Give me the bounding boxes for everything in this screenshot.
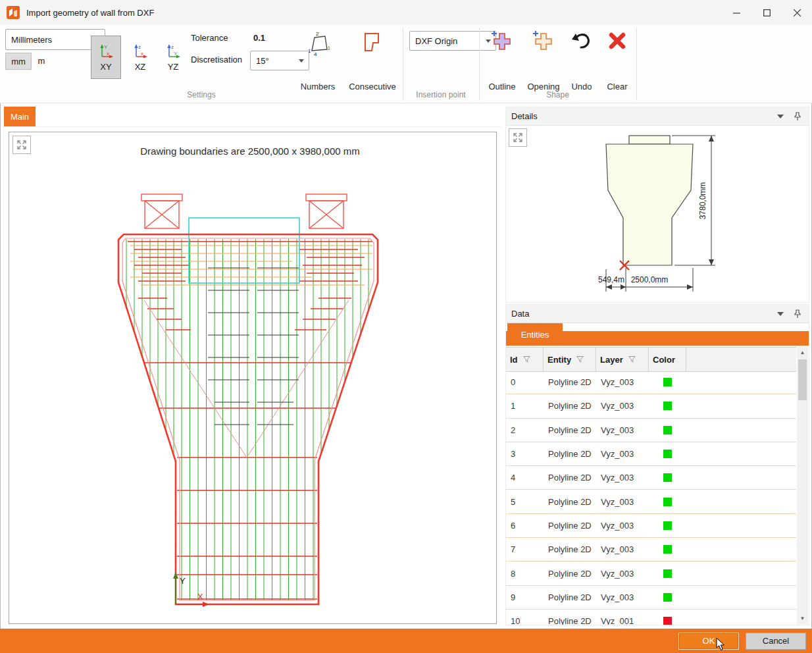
cell-id: 2 <box>506 425 544 435</box>
cell-entity: Polyline 2D <box>544 544 596 554</box>
opening-button[interactable]: Opening <box>524 28 563 93</box>
consecutive-button[interactable]: Consecutive <box>343 28 401 93</box>
data-collapse-icon[interactable] <box>774 308 786 320</box>
bearing-left <box>141 194 182 228</box>
ok-button[interactable]: OK <box>678 633 739 650</box>
scrollbar-thumb[interactable] <box>798 359 807 400</box>
column-header-id[interactable]: Id <box>506 348 544 371</box>
insertion-point-dropdown[interactable]: DXF Origin <box>409 31 496 51</box>
plane-yz-button[interactable]: zY YZ <box>158 36 188 79</box>
cell-layer: Vyz_001 <box>596 616 649 625</box>
entities-table-header: Id Entity Layer Color <box>506 347 796 372</box>
cell-layer: Vyz_003 <box>596 449 649 459</box>
plane-xz-button[interactable]: zx XZ <box>125 36 155 79</box>
table-row[interactable]: 7 Polyline 2D Vyz_003 <box>506 538 796 562</box>
cell-id: 10 <box>506 616 544 625</box>
unit-m-button[interactable]: m <box>33 53 50 68</box>
filter-icon[interactable] <box>628 356 636 363</box>
svg-text:2: 2 <box>316 31 319 37</box>
drawing-viewport[interactable]: Drawing boundaries are 2500,000 x 3980,0… <box>9 132 497 624</box>
table-row[interactable]: 0 Polyline 2D Vyz_003 <box>506 371 796 394</box>
color-swatch <box>663 473 672 482</box>
tolerance-input[interactable]: 0.1 <box>253 33 286 43</box>
discretisation-label: Discretisation <box>191 55 242 65</box>
black-rebar-lines <box>208 268 299 425</box>
wall-outline-inner <box>122 238 374 600</box>
scrollbar-up-arrow[interactable]: ▲ <box>797 347 808 358</box>
tab-main[interactable]: Main <box>4 107 36 126</box>
cancel-button[interactable]: Cancel <box>746 633 806 650</box>
table-row[interactable]: 9 Polyline 2D Vyz_003 <box>506 586 796 610</box>
undo-button[interactable]: Undo <box>566 28 597 93</box>
cell-layer: Vyz_003 <box>596 401 649 411</box>
cell-entity: Polyline 2D <box>544 449 596 459</box>
close-icon <box>794 9 801 16</box>
minimize-icon <box>733 9 740 16</box>
outline-button[interactable]: Outline <box>484 28 520 93</box>
table-row[interactable]: 10 Polyline 2D Vyz_001 <box>506 610 796 625</box>
window-title: Import geometry of wall from DXF <box>26 8 154 18</box>
cell-id: 5 <box>506 497 544 507</box>
table-row[interactable]: 4 Polyline 2D Vyz_003 <box>506 466 796 490</box>
color-swatch <box>663 521 672 530</box>
details-preview: 3780,0mm 549,4m 2500,0mm <box>506 126 809 302</box>
plane-xy-icon: Yx <box>98 43 114 60</box>
svg-text:x: x <box>107 51 109 57</box>
color-swatch <box>663 545 672 554</box>
cell-color <box>649 450 686 458</box>
details-fit-view-button[interactable] <box>509 128 527 147</box>
main-view-panel: Main Drawing boundaries are 2500,000 x 3… <box>3 107 501 625</box>
cell-layer: Vyz_003 <box>596 497 649 507</box>
axis-y-label: Y <box>180 576 186 586</box>
table-row[interactable]: 5 Polyline 2D Vyz_003 <box>506 490 796 513</box>
close-button[interactable] <box>782 0 812 25</box>
unit-mm-button[interactable]: mm <box>5 53 32 70</box>
details-pin-icon[interactable] <box>792 111 803 122</box>
filter-icon[interactable] <box>576 356 584 363</box>
entities-scrollbar[interactable]: ▲ ▼ <box>797 347 808 624</box>
color-swatch <box>663 402 672 410</box>
svg-text:1: 1 <box>308 48 311 54</box>
shape-group-label: Shape <box>479 90 636 99</box>
svg-text:Y: Y <box>104 44 108 50</box>
color-swatch <box>663 593 672 602</box>
clear-button[interactable]: Clear <box>600 28 634 93</box>
table-row[interactable]: 3 Polyline 2D Vyz_003 <box>506 442 796 466</box>
cell-color <box>649 402 686 410</box>
data-pin-icon[interactable] <box>792 308 803 320</box>
details-collapse-icon[interactable] <box>774 111 786 122</box>
color-swatch <box>663 498 672 506</box>
plane-yz-label: YZ <box>168 62 179 72</box>
column-header-color[interactable]: Color <box>649 348 686 371</box>
boundaries-text: Drawing boundaries are 2500,000 x 3980,0… <box>140 145 360 157</box>
settings-group-label: Settings <box>0 90 403 99</box>
table-row[interactable]: 6 Polyline 2D Vyz_003 <box>506 514 796 538</box>
column-header-entity[interactable]: Entity <box>544 348 596 371</box>
cell-color <box>649 569 686 578</box>
tab-main-label: Main <box>11 112 29 122</box>
data-panel: Data Entities Id Entity Layer Color <box>505 304 809 625</box>
outline-icon <box>491 30 513 53</box>
scrollbar-down-arrow[interactable]: ▼ <box>797 613 808 624</box>
filter-icon[interactable] <box>523 356 530 363</box>
cell-id: 6 <box>506 521 544 531</box>
column-header-layer[interactable]: Layer <box>596 348 649 371</box>
tab-entities[interactable]: Entities <box>507 323 563 346</box>
plane-xz-icon: zx <box>132 43 148 60</box>
axis-x-label: X <box>197 592 203 602</box>
ok-button-label: OK <box>703 636 715 646</box>
cell-id: 7 <box>506 544 544 554</box>
tolerance-label: Tolerance <box>191 33 228 43</box>
fit-view-button[interactable] <box>13 136 31 154</box>
minimize-button[interactable] <box>721 0 751 25</box>
svg-text:4: 4 <box>314 51 317 57</box>
plane-xy-button[interactable]: Yx XY <box>91 36 121 79</box>
table-row[interactable]: 8 Polyline 2D Vyz_003 <box>506 562 796 585</box>
details-panel: Details <box>505 107 809 303</box>
numbers-button[interactable]: 2 1 4 3 Numbers <box>296 28 340 93</box>
bearing-right <box>306 194 347 228</box>
table-row[interactable]: 2 Polyline 2D Vyz_003 <box>506 419 796 442</box>
color-swatch <box>663 378 672 386</box>
table-row[interactable]: 1 Polyline 2D Vyz_003 <box>506 394 796 418</box>
maximize-button[interactable] <box>751 0 782 25</box>
